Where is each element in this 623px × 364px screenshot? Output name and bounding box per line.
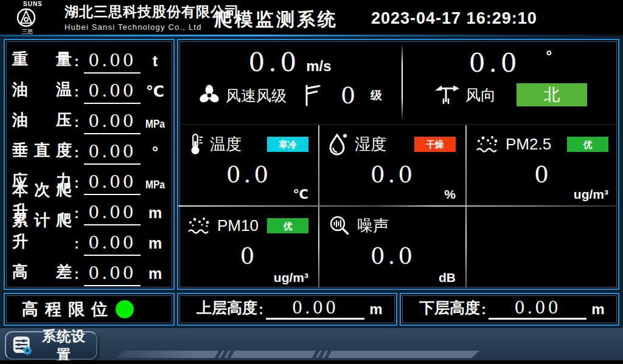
metric-value: 0.00	[84, 263, 141, 286]
cell-label: PM10	[217, 216, 259, 235]
wind-grid-divider	[178, 124, 618, 125]
metric-unit: °	[143, 143, 167, 165]
thermometer-icon	[187, 132, 204, 156]
temperature-unit: ℃	[293, 187, 308, 202]
metric-unit: MPa	[145, 117, 165, 134]
temperature-value: 0.0	[187, 162, 311, 188]
metric-unit: t	[143, 52, 167, 74]
metric-row-total-climb: 累计爬升:0.00m	[12, 225, 167, 256]
lower-height-label: 下层高度	[419, 298, 480, 320]
logo-icon	[16, 7, 37, 28]
settings-button-label: 系统设置	[38, 327, 90, 364]
wind-speed-section: 0.0m/s 风速风级	[178, 40, 402, 123]
wind-speed-unit: m/s	[306, 58, 331, 74]
settings-sliders-gear-icon	[12, 334, 33, 357]
upper-height-value: 0.00	[266, 298, 364, 320]
metric-row-oil-pressure: 油压:0.00MPa	[12, 104, 167, 134]
metric-value: 0.00	[84, 81, 141, 104]
metric-label: 油温	[12, 79, 72, 104]
metric-row-oil-temp: 油温:0.00℃	[12, 74, 167, 104]
metric-value: 0.00	[84, 142, 141, 165]
pm25-unit: ug/m³	[574, 187, 608, 202]
humidity-drop-icon	[328, 132, 349, 156]
metric-value: 0.00	[84, 172, 141, 195]
pm25-value: 0	[475, 162, 611, 188]
upper-height-label: 上层高度	[197, 298, 257, 320]
system-settings-button[interactable]: 系统设置	[5, 331, 97, 360]
metric-label: 垂直度	[12, 140, 72, 165]
metric-unit: m	[143, 265, 167, 286]
metric-value: 0.00	[84, 233, 141, 256]
metric-label: 油压	[12, 109, 72, 134]
datetime-display: 2023-04-17 16:29:10	[371, 9, 537, 28]
metric-label: 重量	[12, 49, 72, 74]
metric-label: 高差	[12, 261, 72, 286]
logo-suns-text: SUNS	[16, 1, 63, 7]
cell-label: 噪声	[357, 215, 389, 236]
wind-speed-value: 0.0	[248, 47, 300, 77]
company-name: 湖北三思科技股份有限公司 Hubei Sansi Technology Co.,…	[64, 2, 240, 32]
footer-decorative-stripe	[116, 351, 479, 358]
humidity-status-badge: 干燥	[414, 137, 456, 152]
header-divider	[0, 35, 623, 36]
wind-direction-unit: °	[546, 47, 552, 64]
metric-value: 0.00	[84, 202, 141, 225]
metric-unit: ℃	[143, 83, 167, 104]
wind-speed-label: 风速风级	[226, 86, 287, 106]
lower-height-panel: 下层高度 : 0.00 m	[400, 293, 619, 326]
elevation-limit-label: 高程限位	[22, 298, 114, 320]
metric-row-height-diff: 高差:0.00m	[12, 256, 167, 286]
elevation-limit-status-light	[116, 300, 134, 318]
monitoring-screen: SUNS 三思 湖北三思科技股份有限公司 Hubei Sansi Technol…	[0, 0, 623, 364]
temperature-status-badge: 寒冷	[267, 137, 308, 152]
wind-direction-section: 0.0° 风向 北	[403, 40, 618, 123]
pm25-status-badge: 优	[567, 137, 608, 152]
wind-direction-label: 风向	[465, 85, 496, 105]
pm25-icon	[475, 134, 499, 154]
pm25-cell: PM2.5 优 0 ug/m³	[467, 125, 618, 204]
wind-level-flag-icon	[305, 83, 321, 108]
upper-height-unit: m	[364, 301, 388, 320]
elevation-limit-panel: 高程限位	[4, 293, 175, 326]
environment-panel: 0.0m/s 风速风级	[177, 39, 619, 290]
metric-unit: m	[143, 204, 167, 225]
upper-height-panel: 上层高度 : 0.00 m	[177, 293, 397, 326]
wind-direction-value: 0.0	[469, 48, 521, 78]
temperature-cell: 温度 寒冷 0.0 ℃	[178, 125, 318, 204]
pm10-icon	[187, 215, 211, 236]
metric-label: 累计爬升	[12, 210, 72, 256]
wind-direction-badge: 北	[517, 83, 587, 106]
company-name-en: Hubei Sansi Technology Co., Ltd	[64, 22, 240, 32]
noise-icon	[328, 214, 351, 237]
metric-unit: MPa	[145, 178, 165, 195]
header: SUNS 三思 湖北三思科技股份有限公司 Hubei Sansi Technol…	[0, 0, 623, 35]
company-name-cn: 湖北三思科技股份有限公司	[64, 2, 240, 21]
wind-vane-icon	[434, 83, 461, 107]
metrics-panel: 重量:0.00t 油温:0.00℃ 油压:0.00MPa 垂直度:0.00° 应…	[4, 39, 175, 290]
footer-bar: 系统设置	[0, 328, 623, 364]
metric-value: 0.00	[84, 111, 141, 134]
wind-sections-divider	[402, 45, 403, 119]
noise-value: 0.0	[328, 243, 458, 269]
humidity-value: 0.0	[328, 162, 458, 188]
metric-row-weight: 重量:0.00t	[12, 43, 167, 74]
noise-unit: dB	[439, 270, 456, 285]
fan-icon	[198, 84, 221, 107]
pm10-cell: PM10 优 0 ug/m³	[178, 207, 318, 287]
pm10-unit: ug/m³	[274, 270, 308, 285]
cell-label: 温度	[210, 134, 242, 155]
metric-value: 0.00	[84, 50, 141, 74]
lower-height-unit: m	[586, 301, 610, 320]
pm10-status-badge: 优	[267, 218, 308, 233]
humidity-unit: %	[444, 187, 456, 202]
wind-level-value: 0	[334, 82, 362, 109]
cell-label: PM2.5	[506, 135, 551, 154]
company-logo: SUNS 三思	[16, 1, 63, 36]
pm10-value: 0	[187, 243, 311, 269]
page-title: 爬模监测系统	[214, 7, 338, 32]
metric-unit: m	[143, 235, 167, 256]
wind-level-unit: 级	[371, 88, 382, 103]
noise-cell: 噪声 0.0 dB	[319, 207, 465, 287]
cell-label: 湿度	[355, 134, 386, 155]
humidity-cell: 湿度 干燥 0.0 %	[319, 125, 465, 204]
